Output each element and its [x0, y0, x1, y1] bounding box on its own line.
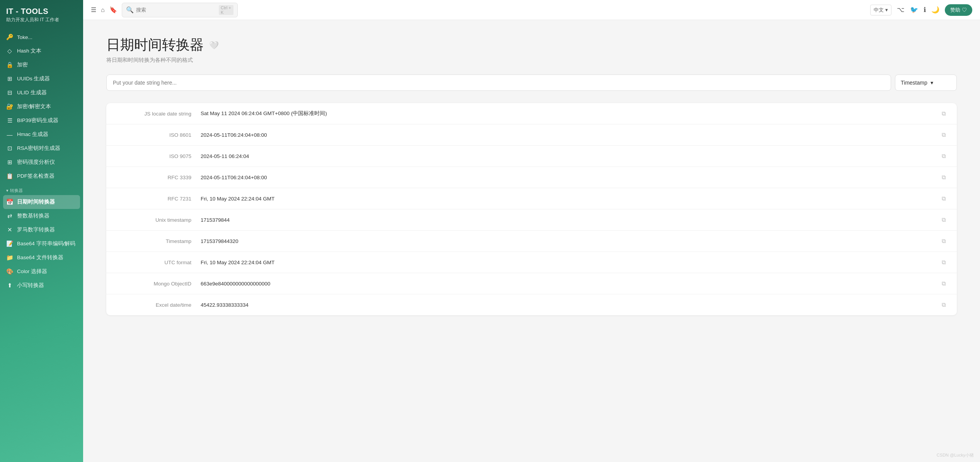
bip39-icon: ☰ [6, 117, 13, 124]
search-input[interactable] [136, 7, 216, 13]
sidebar-item-rsa[interactable]: ⊡ RSA密钥对生成器 [0, 141, 83, 155]
lang-label: 中文 [874, 7, 884, 14]
table-row: RFC 7231 Fri, 10 May 2024 22:24:04 GMT ⧉ [106, 188, 957, 209]
copy-button[interactable]: ⧉ [940, 257, 948, 267]
sidebar-item-label: Base64 字符串编码/解码 [17, 240, 75, 247]
row-value: 45422.93338333334 [201, 302, 940, 308]
input-row: Timestamp ▾ [106, 75, 957, 91]
table-row: JS locale date string Sat May 11 2024 06… [106, 103, 957, 124]
twitter-icon[interactable]: 🐦 [910, 6, 918, 14]
footer-watermark: CSDN @Lucky小猪 [937, 452, 974, 458]
sidebar-item-label: Base64 文件转换器 [17, 254, 63, 261]
sidebar-item-label: 罗马数字转换器 [17, 226, 55, 233]
sidebar-item-base64-file[interactable]: 📁 Base64 文件转换器 [0, 251, 83, 265]
uuids-icon: ⊞ [6, 75, 13, 82]
base64-string-icon: 📝 [6, 240, 13, 247]
row-label: ISO 8601 [116, 132, 201, 138]
support-button[interactable]: 赞助 ♡ [945, 4, 972, 16]
menu-icon[interactable]: ☰ [91, 6, 96, 14]
sidebar-header: IT - TOOLS 助力开发人员和 IT 工作者 [0, 0, 83, 27]
integer-icon: ⇄ [6, 212, 13, 219]
calendar-icon: 📅 [6, 199, 13, 206]
row-label: Unix timestamp [116, 217, 201, 223]
results-table: JS locale date string Sat May 11 2024 06… [106, 103, 957, 315]
sidebar-item-label: Hash 文本 [17, 48, 41, 54]
bookmark-icon[interactable]: 🔖 [109, 6, 117, 14]
row-label: Mongo ObjectID [116, 281, 201, 287]
base64-file-icon: 📁 [6, 254, 13, 261]
sidebar-item-encrypt[interactable]: 🔒 加密 [0, 58, 83, 72]
table-row: Excel date/time 45422.93338333334 ⧉ [106, 294, 957, 315]
table-row: RFC 3339 2024-05-11T06:24:04+08:00 ⧉ [106, 167, 957, 188]
home-icon[interactable]: ⌂ [101, 7, 105, 14]
hash-icon: ◇ [6, 48, 13, 54]
date-input[interactable] [106, 75, 891, 91]
row-value: 2024-05-11T06:24:04+08:00 [201, 175, 940, 180]
more-icon: ⬆ [6, 282, 13, 289]
rsa-icon: ⊡ [6, 145, 13, 152]
copy-button[interactable]: ⧉ [940, 172, 948, 182]
info-icon[interactable]: ℹ [924, 6, 926, 14]
row-label: RFC 7231 [116, 196, 201, 202]
row-value: 1715379844 [201, 217, 940, 223]
content-area: 日期时间转换器 🤍 将日期和时间转换为各种不同的格式 Timestamp ▾ J… [83, 20, 980, 462]
search-shortcut: Ctrl + K [219, 5, 233, 15]
sidebar-item-label: ULID 生成器 [17, 89, 47, 96]
favorite-icon[interactable]: 🤍 [209, 41, 219, 50]
copy-button[interactable]: ⧉ [940, 215, 948, 225]
sidebar-item-label: RSA密钥对生成器 [17, 145, 60, 152]
search-box[interactable]: 🔍 Ctrl + K [122, 3, 238, 17]
sidebar-item-label: Hmac 生成器 [17, 131, 48, 138]
row-label: UTC format [116, 260, 201, 265]
copy-button[interactable]: ⧉ [940, 109, 948, 119]
sidebar-item-base64-string[interactable]: 📝 Base64 字符串编码/解码 [0, 237, 83, 251]
format-label: Timestamp [901, 80, 927, 86]
sidebar-item-pdf-sign[interactable]: 📋 PDF签名检查器 [0, 169, 83, 183]
table-row: Mongo ObjectID 663e9e840000000000000000 … [106, 273, 957, 294]
topbar-action-icons: ⌥ 🐦 ℹ 🌙 [897, 6, 939, 14]
sidebar-nav: 🔑 Toke... ◇ Hash 文本 🔒 加密 ⊞ UUIDs 生成器 ⊟ U… [0, 27, 83, 462]
sidebar-item-pwd-strength[interactable]: ⊞ 密码强度分析仪 [0, 155, 83, 169]
sidebar-item-bip39[interactable]: ☰ BIP39密码生成器 [0, 114, 83, 127]
encrypt-text-icon: 🔐 [6, 103, 13, 110]
sidebar-item-ulid[interactable]: ⊟ ULID 生成器 [0, 86, 83, 100]
dark-mode-icon[interactable]: 🌙 [931, 6, 939, 14]
row-value: Fri, 10 May 2024 22:24:04 GMT [201, 260, 940, 265]
sidebar-item-hmac[interactable]: — Hmac 生成器 [0, 127, 83, 141]
sidebar-item-uuids[interactable]: ⊞ UUIDs 生成器 [0, 72, 83, 86]
support-label: 赞助 ♡ [950, 7, 967, 14]
topbar: ☰ ⌂ 🔖 🔍 Ctrl + K 中文 ▾ ⌥ 🐦 ℹ 🌙 赞助 ♡ [83, 0, 980, 20]
sidebar-item-color[interactable]: 🎨 Color 选择器 [0, 265, 83, 279]
sidebar-item-label: BIP39密码生成器 [17, 117, 58, 124]
copy-button[interactable]: ⧉ [940, 300, 948, 310]
sidebar-item-hash[interactable]: ◇ Hash 文本 [0, 44, 83, 58]
sidebar-item-token[interactable]: 🔑 Toke... [0, 30, 83, 44]
table-row: ISO 9075 2024-05-11 06:24:04 ⧉ [106, 146, 957, 167]
lang-chevron-icon: ▾ [885, 7, 888, 13]
copy-button[interactable]: ⧉ [940, 151, 948, 161]
copy-button[interactable]: ⧉ [940, 236, 948, 246]
row-value: Sat May 11 2024 06:24:04 GMT+0800 (中国标准时… [201, 110, 940, 117]
row-value: 2024-05-11 06:24:04 [201, 153, 940, 159]
sidebar-item-label: 加密/解密文本 [17, 103, 51, 110]
format-chevron-icon: ▾ [931, 80, 933, 86]
sidebar-item-roman[interactable]: ✕ 罗马数字转换器 [0, 223, 83, 237]
topbar-left-icons: ☰ ⌂ 🔖 [91, 6, 117, 14]
github-icon[interactable]: ⌥ [897, 6, 905, 14]
sidebar-item-more[interactable]: ⬆ 小写转换器 [0, 279, 83, 292]
sidebar-item-date-time[interactable]: 📅 日期时间转换器 [3, 195, 80, 209]
sidebar-item-label: 整数基转换器 [17, 212, 49, 219]
copy-button[interactable]: ⧉ [940, 194, 948, 204]
format-select[interactable]: Timestamp ▾ [895, 75, 957, 91]
app-title: IT - TOOLS [6, 7, 77, 16]
pwd-strength-icon: ⊞ [6, 159, 13, 166]
roman-icon: ✕ [6, 226, 13, 233]
language-selector[interactable]: 中文 ▾ [870, 5, 891, 15]
sidebar-item-label: 小写转换器 [17, 282, 44, 289]
copy-button[interactable]: ⧉ [940, 130, 948, 140]
row-label: JS locale date string [116, 111, 201, 117]
copy-button[interactable]: ⧉ [940, 279, 948, 289]
sidebar-item-encrypt-text[interactable]: 🔐 加密/解密文本 [0, 100, 83, 114]
table-row: Timestamp 1715379844320 ⧉ [106, 231, 957, 252]
sidebar-item-integer[interactable]: ⇄ 整数基转换器 [0, 209, 83, 223]
